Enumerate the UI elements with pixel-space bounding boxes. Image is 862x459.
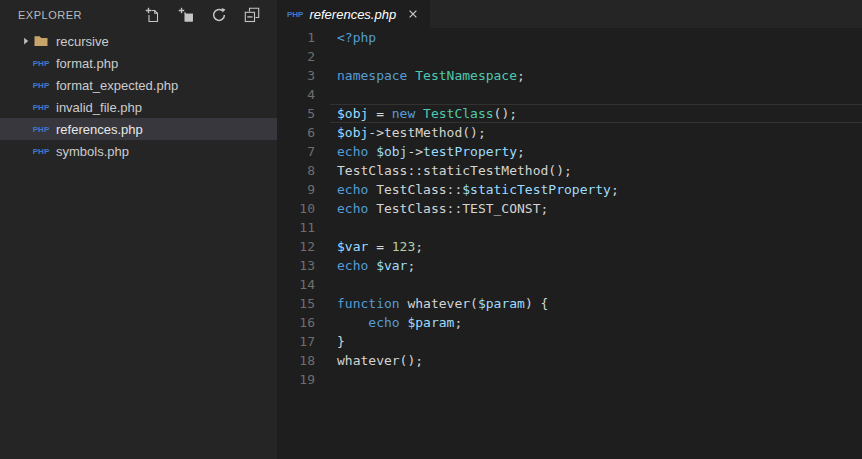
code-line-content[interactable]: TestClass::staticTestMethod(); [330, 161, 862, 180]
line-number: 18 [277, 351, 330, 370]
file-tree: recursivePHPformat.phpPHPformat_expected… [0, 30, 277, 459]
line-number: 2 [277, 47, 330, 66]
code-line-content[interactable]: <?php [330, 28, 862, 47]
collapse-all-icon [244, 7, 260, 23]
line-number: 16 [277, 313, 330, 332]
line-number: 14 [277, 275, 330, 294]
explorer-actions [128, 7, 260, 23]
sidebar-item-symbols-php[interactable]: PHPsymbols.php [0, 140, 277, 162]
line-number: 9 [277, 180, 330, 199]
code-line-17: 17} [277, 332, 862, 351]
code-line-content[interactable] [330, 85, 862, 104]
code-line-content[interactable]: echo $param; [330, 313, 862, 332]
line-number: 7 [277, 142, 330, 161]
tree-item-label: references.php [56, 122, 143, 137]
editor-group: PHP references.php 1<?php23namespace Tes… [277, 0, 862, 459]
explorer-title: EXPLORER [18, 9, 128, 21]
sidebar-item-format-expected-php[interactable]: PHPformat_expected.php [0, 74, 277, 96]
line-number: 8 [277, 161, 330, 180]
php-file-icon: PHP [33, 81, 49, 90]
code-line-4: 4 [277, 85, 862, 104]
code-line-content[interactable]: echo $obj->testProperty; [330, 142, 862, 161]
code-line-18: 18whatever(); [277, 351, 862, 370]
line-number: 3 [277, 66, 330, 85]
line-number: 5 [277, 104, 330, 123]
tree-item-label: invalid_file.php [56, 100, 142, 115]
code-line-content[interactable]: $var = 123; [330, 237, 862, 256]
sidebar-item-invalid-file-php[interactable]: PHPinvalid_file.php [0, 96, 277, 118]
code-line-5: 5$obj = new TestClass(); [277, 104, 862, 123]
new-folder-button[interactable] [178, 7, 194, 23]
line-number: 1 [277, 28, 330, 47]
code-line-19: 19 [277, 370, 862, 389]
code-line-9: 9echo TestClass::$staticTestProperty; [277, 180, 862, 199]
folder-icon [33, 33, 49, 49]
code-line-12: 12$var = 123; [277, 237, 862, 256]
tree-item-label: format.php [56, 56, 118, 71]
refresh-button[interactable] [211, 7, 227, 23]
line-number: 19 [277, 370, 330, 389]
line-number: 4 [277, 85, 330, 104]
sidebar-item-recursive[interactable]: recursive [0, 30, 277, 52]
code-line-8: 8TestClass::staticTestMethod(); [277, 161, 862, 180]
refresh-icon [211, 7, 227, 23]
code-editor[interactable]: 1<?php23namespace TestNamespace;45$obj =… [277, 28, 862, 459]
code-line-16: 16 echo $param; [277, 313, 862, 332]
line-number: 10 [277, 199, 330, 218]
tab-bar: PHP references.php [277, 0, 862, 28]
explorer-header: EXPLORER [0, 0, 277, 30]
code-line-1: 1<?php [277, 28, 862, 47]
code-line-11: 11 [277, 218, 862, 237]
php-file-icon: PHP [287, 10, 303, 19]
explorer-sidebar: EXPLORER [0, 0, 277, 459]
code-line-10: 10echo TestClass::TEST_CONST; [277, 199, 862, 218]
close-icon [407, 8, 419, 20]
chevron-right-icon [20, 35, 33, 47]
collapse-all-button[interactable] [244, 7, 260, 23]
line-number: 13 [277, 256, 330, 275]
sidebar-item-references-php[interactable]: PHPreferences.php [0, 118, 277, 140]
php-file-icon: PHP [33, 59, 49, 68]
code-line-content[interactable] [330, 370, 862, 389]
new-folder-icon [178, 7, 194, 23]
line-number: 15 [277, 294, 330, 313]
code-line-14: 14 [277, 275, 862, 294]
tab-references-php[interactable]: PHP references.php [277, 0, 430, 28]
code-line-3: 3namespace TestNamespace; [277, 66, 862, 85]
line-number: 6 [277, 123, 330, 142]
code-line-2: 2 [277, 47, 862, 66]
code-line-content[interactable]: echo TestClass::TEST_CONST; [330, 199, 862, 218]
code-line-6: 6$obj->testMethod(); [277, 123, 862, 142]
code-line-content[interactable]: } [330, 332, 862, 351]
code-line-content[interactable]: function whatever($param) { [330, 294, 862, 313]
tree-item-label: symbols.php [56, 144, 129, 159]
code-line-7: 7echo $obj->testProperty; [277, 142, 862, 161]
new-file-icon [145, 7, 161, 23]
code-line-content[interactable] [330, 218, 862, 237]
code-line-15: 15function whatever($param) { [277, 294, 862, 313]
code-line-content[interactable]: $obj->testMethod(); [330, 123, 862, 142]
php-file-icon: PHP [33, 147, 49, 156]
tab-close-button[interactable] [406, 7, 420, 21]
php-file-icon: PHP [33, 125, 49, 134]
code-line-content[interactable]: $obj = new TestClass(); [330, 104, 862, 123]
code-line-13: 13echo $var; [277, 256, 862, 275]
tree-item-label: format_expected.php [56, 78, 178, 93]
code-line-content[interactable]: echo $var; [330, 256, 862, 275]
code-line-content[interactable]: whatever(); [330, 351, 862, 370]
sidebar-item-format-php[interactable]: PHPformat.php [0, 52, 277, 74]
code-line-content[interactable] [330, 47, 862, 66]
code-line-content[interactable]: namespace TestNamespace; [330, 66, 862, 85]
php-file-icon: PHP [33, 103, 49, 112]
line-number: 11 [277, 218, 330, 237]
vscode-window: EXPLORER [0, 0, 862, 459]
line-number: 17 [277, 332, 330, 351]
tree-item-label: recursive [56, 34, 109, 49]
code-line-content[interactable] [330, 275, 862, 294]
new-file-button[interactable] [145, 7, 161, 23]
tab-label: references.php [309, 7, 396, 22]
line-number: 12 [277, 237, 330, 256]
code-line-content[interactable]: echo TestClass::$staticTestProperty; [330, 180, 862, 199]
